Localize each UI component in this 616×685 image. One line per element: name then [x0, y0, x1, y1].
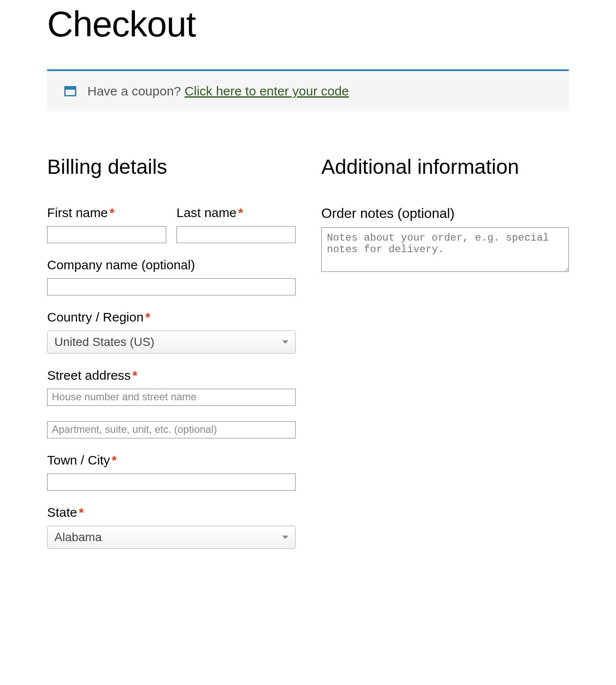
company-input[interactable] [47, 278, 296, 295]
required-marker: * [238, 206, 243, 220]
required-marker: * [145, 310, 150, 324]
state-select[interactable]: Alabama [47, 526, 296, 549]
country-select[interactable]: United States (US) [47, 331, 296, 354]
last-name-label: Last name* [176, 206, 296, 220]
state-label: State* [47, 505, 296, 520]
last-name-input[interactable] [176, 226, 296, 243]
order-notes-label: Order notes (optional) [321, 206, 569, 221]
coupon-prompt-text: Have a coupon? [87, 84, 185, 98]
first-name-label: First name* [47, 206, 166, 220]
street-field: Street address* [47, 368, 296, 438]
street-label: Street address* [47, 368, 296, 383]
page-title: Checkout [47, 4, 569, 44]
company-label: Company name (optional) [47, 258, 296, 272]
state-label-text: State [47, 505, 77, 519]
required-marker: * [79, 505, 84, 519]
state-select-value: Alabama [54, 530, 102, 544]
additional-column: Additional information Order notes (opti… [321, 154, 569, 549]
billing-heading: Billing details [47, 154, 296, 180]
city-input[interactable] [47, 474, 296, 491]
first-name-label-text: First name [47, 206, 108, 220]
country-field: Country / Region* United States (US) [47, 310, 296, 354]
city-label-text: Town / City [47, 453, 110, 467]
order-notes-textarea[interactable] [321, 227, 569, 272]
country-label: Country / Region* [47, 310, 296, 325]
street-address-2-input[interactable] [47, 421, 296, 438]
street-address-1-input[interactable] [47, 389, 296, 406]
city-label: Town / City* [47, 453, 296, 468]
last-name-field: Last name* [176, 206, 296, 243]
chevron-down-icon [282, 536, 288, 539]
first-name-field: First name* [47, 206, 166, 243]
state-field: State* Alabama [47, 505, 296, 549]
coupon-prompt: Have a coupon? Click here to enter your … [87, 84, 349, 98]
svg-rect-1 [65, 87, 76, 90]
order-notes-field: Order notes (optional) [321, 206, 569, 272]
city-field: Town / City* [47, 453, 296, 491]
country-select-value: United States (US) [54, 335, 154, 349]
first-name-input[interactable] [47, 226, 166, 243]
required-marker: * [132, 368, 138, 382]
additional-heading: Additional information [321, 154, 569, 180]
coupon-link[interactable]: Click here to enter your code [185, 84, 349, 98]
last-name-label-text: Last name [176, 206, 236, 220]
street-label-text: Street address [47, 368, 131, 382]
company-field: Company name (optional) [47, 258, 296, 295]
country-label-text: Country / Region [47, 310, 144, 324]
chevron-down-icon [282, 340, 288, 344]
required-marker: * [112, 453, 117, 467]
billing-column: Billing details First name* Last name* C… [47, 154, 296, 549]
required-marker: * [110, 206, 115, 220]
coupon-banner: Have a coupon? Click here to enter your … [47, 69, 569, 111]
window-icon [64, 86, 76, 96]
